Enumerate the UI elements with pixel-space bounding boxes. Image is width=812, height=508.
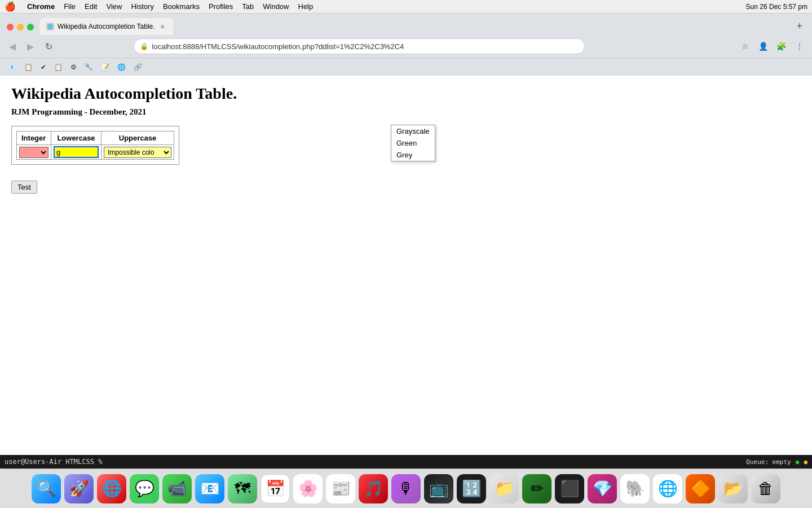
menubar-time: Sun 26 Dec 5:57 pm — [746, 3, 807, 11]
menubar-edit[interactable]: Edit — [85, 2, 97, 11]
menubar-chrome[interactable]: Chrome — [27, 2, 55, 11]
chrome-window: 🌐 Wikipedia Autocompletion Table. ✕ + ◀ … — [0, 14, 812, 76]
dock-finder2[interactable]: 📂 — [718, 474, 748, 503]
profile-button[interactable]: 👤 — [756, 38, 771, 54]
dock-facetime[interactable]: 📹 — [162, 474, 192, 503]
integer-select[interactable] — [19, 147, 48, 158]
tab-bar: 🌐 Wikipedia Autocompletion Table. ✕ + — [0, 14, 812, 35]
maximize-button[interactable] — [27, 24, 34, 30]
table-row: Impossible colo — [17, 145, 174, 160]
bookmark-icon-7: 📝 — [101, 63, 109, 71]
bookmark-items: 📧 📋 ✔ 📋 ⚙ 🔧 📝 🌐 🔗 — [5, 62, 145, 72]
bookmark-4[interactable]: 📋 — [51, 62, 66, 72]
dock-terminal[interactable]: ⬛ — [555, 474, 584, 503]
lock-icon: 🔒 — [140, 42, 148, 50]
apple-menu[interactable]: 🍎 — [5, 1, 16, 12]
col-uppercase: Uppercase — [102, 132, 174, 145]
dock-podcasts[interactable]: 🎙 — [391, 474, 421, 503]
dock-news[interactable]: 📰 — [326, 474, 355, 503]
dock-photos[interactable]: 🌸 — [293, 474, 323, 503]
col-lowercase: Lowercase — [51, 132, 102, 145]
data-table: Integer Lowercase Uppercase — [16, 131, 174, 160]
dock: 🔍 🚀 🌐 💬 📹 📧 🗺 📅 🌸 📰 🎵 🎙 📺 🔢 📁 ✏ ⬛ 💎 🐘 🌐 … — [0, 468, 812, 508]
bookmark-icon-3: ✔ — [41, 63, 46, 71]
traffic-lights — [5, 24, 38, 35]
bookmark-8[interactable]: 🌐 — [114, 62, 129, 72]
tab-favicon: 🌐 — [46, 23, 54, 30]
dock-trash[interactable]: 🗑 — [751, 474, 780, 503]
bookmark-2[interactable]: 📋 — [21, 62, 36, 72]
autocomplete-item-grey[interactable]: Grey — [391, 149, 435, 161]
menubar-window[interactable]: Window — [263, 2, 289, 11]
lowercase-input[interactable] — [54, 146, 99, 158]
uppercase-cell: Impossible colo — [102, 145, 174, 160]
address-bar: ◀ ▶ ↻ 🔒 localhost:8888/HTMLCSS/wikiautoc… — [0, 35, 812, 58]
terminal-bar: user@Users-Air HTMLCSS % Queue: empty ● … — [0, 455, 812, 468]
page-subtitle: RJM Programming - December, 2021 — [11, 107, 801, 117]
menubar: 🍎 Chrome File Edit View History Bookmark… — [0, 0, 812, 14]
terminal-text: user@Users-Air HTMLCSS % — [5, 458, 746, 466]
active-tab[interactable]: 🌐 Wikipedia Autocompletion Table. ✕ — [39, 18, 173, 35]
dock-app3[interactable]: 🌐 — [97, 474, 126, 503]
url-text: localhost:8888/HTMLCSS/wikiautocompletio… — [152, 42, 579, 51]
dock-maps[interactable]: 🗺 — [228, 474, 257, 503]
tab-title: Wikipedia Autocompletion Table. — [58, 23, 155, 30]
bookmark-1[interactable]: 📧 — [5, 62, 20, 72]
bookmark-star-button[interactable]: ☆ — [738, 38, 753, 54]
dock-tv[interactable]: 📺 — [424, 474, 453, 503]
menubar-tab[interactable]: Tab — [242, 2, 254, 11]
terminal-dot-2: ● — [804, 458, 807, 466]
page-content: Wikipedia Autocompletion Table. RJM Prog… — [0, 76, 812, 455]
minimize-button[interactable] — [17, 24, 24, 30]
menu-button[interactable]: ⋮ — [792, 38, 807, 54]
test-button[interactable]: Test — [11, 181, 37, 194]
menubar-file[interactable]: File — [64, 2, 76, 11]
dock-launchpad[interactable]: 🚀 — [64, 474, 94, 503]
autocomplete-item-green[interactable]: Green — [391, 137, 435, 149]
bookmark-7[interactable]: 📝 — [98, 62, 113, 72]
bookmark-5[interactable]: ⚙ — [67, 62, 80, 72]
autocomplete-item-grayscale[interactable]: Grayscale — [391, 125, 435, 137]
toolbar-right: ☆ 👤 🧩 ⋮ — [738, 38, 807, 54]
integer-cell — [17, 145, 51, 160]
dock-calendar[interactable]: 📅 — [261, 474, 290, 503]
terminal-dot-1: ● — [796, 458, 800, 466]
dock-bbedit[interactable]: ✏ — [522, 474, 551, 503]
dock-app20[interactable]: 🔶 — [686, 474, 715, 503]
bookmark-9[interactable]: 🔗 — [130, 62, 145, 72]
dock-mail[interactable]: 📧 — [195, 474, 224, 503]
autocomplete-dropdown: Grayscale Green Grey — [391, 125, 435, 161]
lowercase-cell — [51, 145, 102, 160]
uppercase-select[interactable]: Impossible colo — [104, 147, 171, 158]
close-button[interactable] — [7, 24, 14, 30]
forward-button[interactable]: ▶ — [23, 38, 38, 54]
extensions-button[interactable]: 🧩 — [774, 38, 789, 54]
dock-finder[interactable]: 🔍 — [32, 474, 61, 503]
menubar-bookmarks[interactable]: Bookmarks — [163, 2, 200, 11]
table-container: Integer Lowercase Uppercase — [11, 126, 179, 165]
button-container: Test — [11, 181, 801, 194]
terminal-queue: Queue: empty — [746, 458, 791, 466]
url-bar[interactable]: 🔒 localhost:8888/HTMLCSS/wikiautocomplet… — [134, 38, 585, 54]
menubar-history[interactable]: History — [131, 2, 153, 11]
menubar-help[interactable]: Help — [298, 2, 314, 11]
tab-spacer: 🌐 Wikipedia Autocompletion Table. ✕ — [39, 18, 791, 35]
dock-sequelpro[interactable]: 🐘 — [620, 474, 650, 503]
tab-close-button[interactable]: ✕ — [158, 23, 166, 30]
menubar-view[interactable]: View — [106, 2, 122, 11]
dock-rubymine[interactable]: 💎 — [588, 474, 617, 503]
menubar-profiles[interactable]: Profiles — [209, 2, 233, 11]
new-tab-button[interactable]: + — [792, 18, 807, 34]
reload-button[interactable]: ↻ — [41, 38, 56, 54]
bookmark-icon-9: 🔗 — [134, 63, 142, 71]
bookmark-3[interactable]: ✔ — [37, 62, 50, 72]
back-button[interactable]: ◀ — [5, 38, 20, 54]
dock-music[interactable]: 🎵 — [359, 474, 388, 503]
dock-chrome[interactable]: 🌐 — [653, 474, 682, 503]
bookmark-6[interactable]: 🔧 — [81, 62, 96, 72]
dock-messages[interactable]: 💬 — [130, 474, 159, 503]
dock-filezilla[interactable]: 📁 — [489, 474, 519, 503]
dock-calculator[interactable]: 🔢 — [457, 474, 486, 503]
terminal-right: Queue: empty ● ● — [746, 458, 807, 466]
bookmark-icon-1: 📧 — [8, 63, 16, 71]
